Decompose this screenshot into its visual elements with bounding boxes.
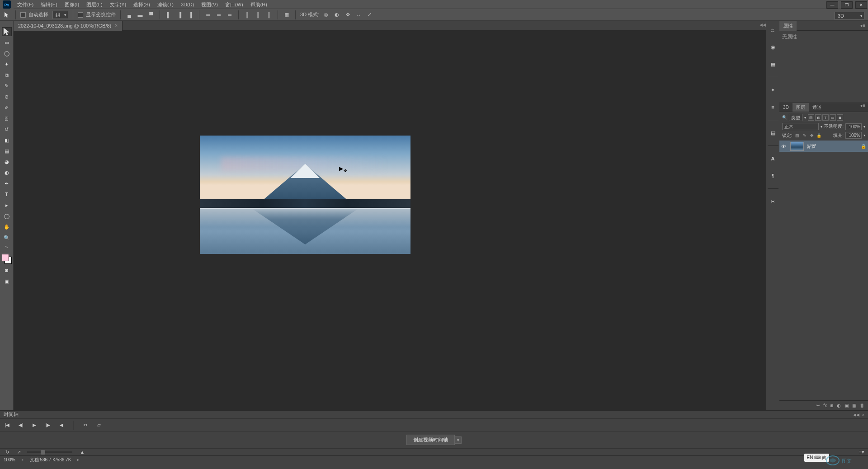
menu-view[interactable]: 视图(V): [198, 0, 222, 9]
canvas-viewport[interactable]: [14, 31, 766, 410]
adjustments-panel-icon[interactable]: ✦: [768, 85, 778, 94]
screen-mode-tool[interactable]: ▣: [2, 277, 12, 286]
layer-row[interactable]: 👁 背景 🔒: [779, 141, 868, 152]
filter-type-icon[interactable]: T: [822, 114, 829, 121]
history-brush-tool[interactable]: ↺: [2, 125, 12, 134]
lasso-tool[interactable]: ◯: [2, 49, 12, 58]
distribute-left-icon[interactable]: ║: [243, 11, 251, 19]
dodge-tool[interactable]: ◐: [2, 168, 12, 177]
shape-tool[interactable]: ◯: [2, 211, 12, 220]
distribute-vcenter-icon[interactable]: ═: [215, 11, 223, 19]
marquee-tool[interactable]: ▭: [2, 38, 12, 47]
layers-panel-menu-icon[interactable]: ▾≡: [858, 103, 868, 112]
filter-adjust-icon[interactable]: ◐: [815, 114, 821, 121]
menu-image[interactable]: 图像(I): [61, 0, 83, 9]
layer-filter-dropdown[interactable]: 类型: [789, 114, 802, 121]
styles-panel-icon[interactable]: ≡: [768, 103, 778, 112]
delete-layer-icon[interactable]: 🗑: [860, 403, 864, 408]
distribute-hcenter-icon[interactable]: ║: [254, 11, 262, 19]
menu-layer[interactable]: 图层(L): [83, 0, 106, 9]
document-tab[interactable]: 2022-10-04_093128.png @ 100%(RGB/8) ×: [14, 21, 123, 31]
distribute-bottom-icon[interactable]: ═: [226, 11, 234, 19]
layer-mask-icon[interactable]: ◙: [830, 403, 833, 408]
filter-smart-icon[interactable]: ◙: [837, 114, 843, 121]
color-swatches[interactable]: [2, 254, 12, 264]
lock-pixels-icon[interactable]: ✎: [802, 132, 808, 139]
window-maximize-button[interactable]: ❐: [841, 1, 853, 9]
gradient-tool[interactable]: ▤: [2, 146, 12, 155]
create-timeline-dropdown-icon[interactable]: ▾: [455, 436, 462, 444]
align-top-edges-icon[interactable]: ▄: [125, 11, 133, 19]
brush-presets-icon[interactable]: ✂: [768, 197, 778, 206]
timeline-prev-frame-icon[interactable]: ◀|: [17, 422, 24, 429]
history-panel-icon[interactable]: ⎌: [768, 25, 778, 34]
brush-tool[interactable]: ✐: [2, 103, 12, 112]
eraser-tool[interactable]: ◧: [2, 136, 12, 145]
menu-file[interactable]: 文件(F): [14, 0, 37, 9]
magic-wand-tool[interactable]: ✦: [2, 60, 12, 69]
paragraph-panel-icon[interactable]: A: [768, 154, 778, 163]
layer-group-icon[interactable]: ▣: [844, 403, 849, 408]
swap-colors-icon[interactable]: ⤡: [2, 244, 12, 249]
timeline-next-frame-icon[interactable]: |▶: [44, 422, 52, 429]
timeline-render-icon[interactable]: ↗: [15, 449, 23, 456]
filter-pixel-icon[interactable]: ▨: [808, 114, 814, 121]
foreground-color[interactable]: [2, 254, 9, 261]
type-tool[interactable]: T: [2, 190, 12, 199]
auto-select-dropdown[interactable]: 组: [52, 11, 68, 19]
distribute-right-icon[interactable]: ║: [265, 11, 273, 19]
swatches-panel-icon[interactable]: ▦: [768, 60, 778, 69]
timeline-transition-icon[interactable]: ▱: [95, 422, 103, 429]
align-vcenter-icon[interactable]: ▬: [136, 11, 144, 19]
auto-select-checkbox[interactable]: [20, 12, 26, 18]
timeline-mountain-icon[interactable]: ▲: [79, 449, 86, 456]
zoom-level[interactable]: 100%: [4, 457, 15, 462]
lock-all-icon[interactable]: 🔒: [816, 132, 822, 139]
menu-3d[interactable]: 3D(D): [177, 0, 198, 9]
3d-mode-dropdown[interactable]: 3D: [835, 12, 864, 20]
zoom-tool[interactable]: 🔍: [2, 233, 12, 242]
timeline-convert-icon[interactable]: ↻: [4, 449, 11, 456]
channels-tab[interactable]: 通道: [809, 103, 825, 112]
menu-edit[interactable]: 编辑(E): [37, 0, 61, 9]
layer-visibility-icon[interactable]: 👁: [781, 144, 788, 149]
layer-thumbnail[interactable]: [790, 142, 804, 151]
close-tab-icon[interactable]: ×: [115, 23, 118, 28]
auto-align-icon[interactable]: ▦: [283, 11, 291, 19]
glyphs-panel-icon[interactable]: ¶: [768, 171, 778, 180]
create-video-timeline-button[interactable]: 创建视频时间轴: [406, 435, 455, 445]
align-hcenter-icon[interactable]: ▐: [175, 11, 184, 19]
blur-tool[interactable]: ◕: [2, 157, 12, 166]
menu-type[interactable]: 文字(Y): [106, 0, 130, 9]
window-close-button[interactable]: ✕: [855, 1, 867, 9]
align-left-icon[interactable]: ▌: [165, 11, 173, 19]
adjustment-layer-icon[interactable]: ◐: [837, 403, 841, 408]
show-transform-checkbox[interactable]: [78, 12, 83, 18]
active-tool-indicator[interactable]: [3, 11, 11, 19]
timeline-zoom-slider[interactable]: [27, 451, 72, 453]
blend-mode-dropdown[interactable]: 正常: [782, 123, 819, 130]
path-select-tool[interactable]: ▸: [2, 201, 12, 210]
timeline-close-icon[interactable]: ×: [862, 413, 864, 417]
move-tool[interactable]: [2, 27, 12, 36]
3d-slide-icon[interactable]: ↔: [354, 11, 363, 19]
lock-transparency-icon[interactable]: ▨: [794, 132, 801, 139]
layer-lock-icon[interactable]: 🔒: [861, 144, 866, 149]
doc-info-dropdown-icon[interactable]: ▸: [77, 458, 79, 462]
menu-window[interactable]: 窗口(W): [222, 0, 247, 9]
layer-name[interactable]: 背景: [807, 143, 816, 150]
timeline-audio-icon[interactable]: ◀: [58, 422, 65, 429]
timeline-split-icon[interactable]: ✂: [82, 422, 89, 429]
lock-position-icon[interactable]: ✥: [809, 132, 815, 139]
timeline-play-icon[interactable]: ▶: [31, 422, 38, 429]
3d-orbit-icon[interactable]: ◎: [322, 11, 330, 19]
collapse-dock-icon[interactable]: ◀◀: [760, 23, 766, 27]
timeline-collapse-icon[interactable]: ◀◀: [853, 413, 859, 417]
opacity-input[interactable]: [845, 123, 862, 130]
3d-pan-icon[interactable]: ✥: [344, 11, 352, 19]
menu-help[interactable]: 帮助(H): [247, 0, 271, 9]
fill-input[interactable]: [845, 132, 862, 139]
zoom-dropdown-icon[interactable]: ▸: [22, 458, 24, 462]
timeline-first-frame-icon[interactable]: |◀: [4, 422, 11, 429]
crop-tool[interactable]: ⧉: [2, 70, 12, 80]
